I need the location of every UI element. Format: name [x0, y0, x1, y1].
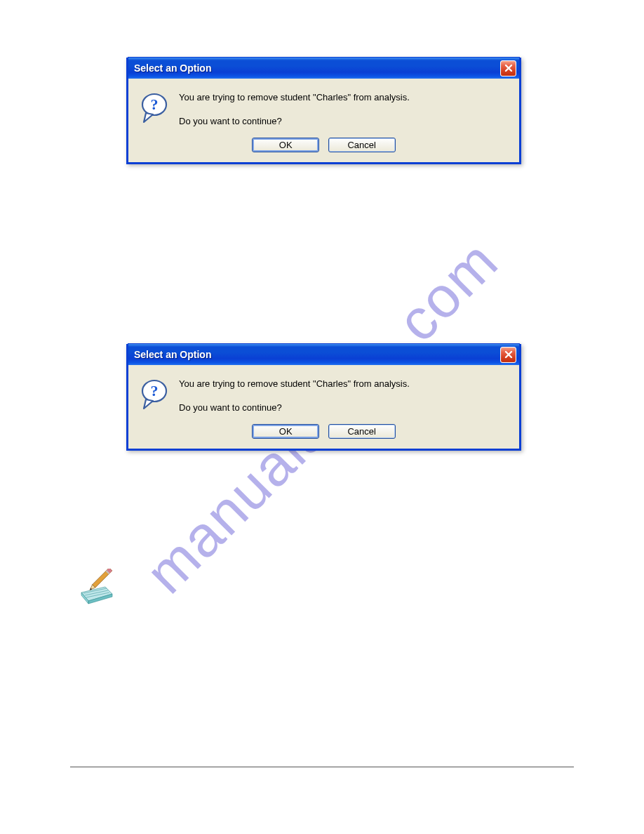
question-icon: ?	[141, 115, 170, 127]
svg-text:?: ?	[151, 95, 159, 113]
titlebar[interactable]: Select an Option	[128, 57, 520, 79]
document-page: manualshive.com Select an Option ?	[0, 0, 644, 834]
dialog-body: ? You are trying to remove student "Char…	[128, 365, 519, 423]
dialog-message-1: You are trying to remove student "Charle…	[179, 91, 507, 104]
dialog-title: Select an Option	[134, 349, 211, 360]
dialog-message-1: You are trying to remove student "Charle…	[179, 378, 507, 390]
cancel-button[interactable]: Cancel	[328, 424, 396, 439]
dialog-title: Select an Option	[134, 62, 211, 74]
dialog-message-2: Do you want to continue?	[179, 402, 507, 414]
confirm-dialog-1: Select an Option ? You are trying to rem	[126, 58, 521, 164]
horizontal-rule	[70, 767, 574, 767]
close-button[interactable]	[500, 347, 516, 363]
close-icon	[504, 350, 513, 359]
close-icon	[504, 64, 513, 72]
dialog-text-column: You are trying to remove student "Charle…	[179, 91, 507, 128]
dialog-body: ? You are trying to remove student "Char…	[128, 79, 519, 136]
note-pencil-icon	[77, 569, 118, 609]
ok-button[interactable]: OK	[252, 424, 319, 439]
question-icon: ?	[141, 402, 170, 413]
dialog-button-row: OK Cancel	[128, 423, 519, 449]
dialog-button-row: OK Cancel	[128, 136, 519, 162]
dialog-text-column: You are trying to remove student "Charle…	[179, 378, 507, 414]
svg-text:?: ?	[151, 382, 159, 399]
ok-button[interactable]: OK	[252, 138, 319, 152]
close-button[interactable]	[500, 60, 516, 77]
dialog-message-2: Do you want to continue?	[179, 115, 507, 128]
dialog-icon-column: ?	[141, 378, 179, 414]
titlebar[interactable]: Select an Option	[128, 343, 520, 365]
cancel-button[interactable]: Cancel	[328, 138, 396, 152]
confirm-dialog-2: Select an Option ? You are trying to rem	[126, 344, 521, 451]
dialog-icon-column: ?	[141, 91, 179, 128]
